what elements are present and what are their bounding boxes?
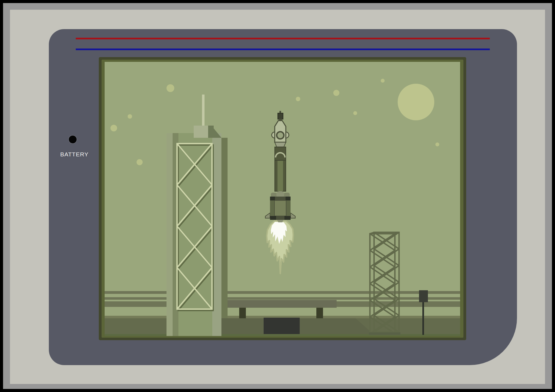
console-shell: BATTERY [49,29,517,365]
accent-stripe-blue [76,49,490,50]
launch-pad [264,318,300,334]
accent-stripe-red [76,38,490,39]
star [381,79,385,83]
star [128,114,132,119]
moon [398,84,434,120]
star [167,84,174,92]
star [137,159,143,165]
game-screen[interactable] [105,62,460,336]
star [110,125,117,131]
star [296,97,300,101]
star [435,142,439,146]
star [333,90,339,96]
battery-label: BATTERY [57,151,92,158]
battery-led [68,135,77,144]
capsule-window [277,132,284,139]
screenshot-stage: BATTERY [0,0,555,392]
star [353,111,357,115]
screen-scene [105,62,460,336]
